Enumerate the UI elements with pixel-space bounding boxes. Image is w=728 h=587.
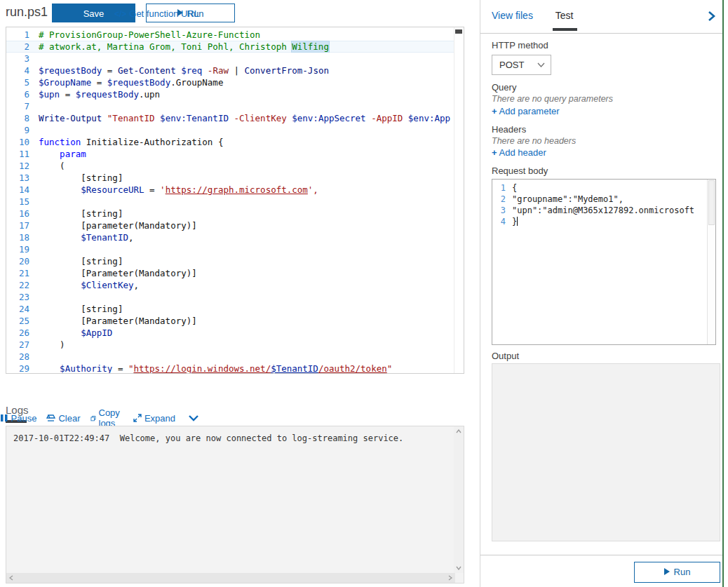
query-section-label: Query: [492, 82, 516, 93]
scroll-down-icon[interactable]: [456, 566, 461, 570]
code-line[interactable]: 5$GroupName = $requestBody.GroupName: [6, 76, 464, 88]
output-section-label: Output: [492, 351, 519, 361]
editor-scrollbar[interactable]: [454, 27, 464, 373]
code-line-text: $TenantID,: [39, 232, 133, 243]
panel-edge-strip: [722, 0, 724, 587]
code-line[interactable]: 23: [6, 291, 464, 303]
code-line[interactable]: 6$upn = $requestBody.upn: [6, 88, 464, 100]
plus-icon: +: [492, 106, 497, 116]
code-line[interactable]: 9: [6, 124, 464, 136]
scroll-up-icon[interactable]: [456, 429, 461, 433]
code-line[interactable]: 19: [6, 243, 464, 255]
scroll-left-icon[interactable]: [9, 575, 13, 581]
log-entry: 2017-10-01T22:49:47 Welcome, you are now…: [13, 433, 403, 443]
code-line[interactable]: 26 $AppID: [6, 327, 464, 339]
code-line[interactable]: 17 [parameter(Mandatory)]: [6, 220, 464, 231]
code-line-text: [string]: [39, 304, 123, 314]
add-header-button[interactable]: +Add header: [492, 147, 546, 158]
chevron-down-icon: [537, 62, 545, 67]
logs-horizontal-scrollbar[interactable]: [6, 573, 455, 583]
code-line[interactable]: 24 [string]: [6, 303, 464, 315]
code-line[interactable]: 22 $ClientKey,: [6, 279, 464, 291]
line-number: 4: [492, 216, 512, 227]
run-test-button[interactable]: Run: [634, 562, 720, 583]
code-line-text: [parameter(Mandatory)]: [39, 220, 197, 231]
line-number: 21: [6, 267, 39, 279]
code-line-text: [string]: [39, 256, 123, 266]
file-title: run.ps1: [6, 5, 48, 20]
line-number: 1: [492, 182, 512, 194]
code-line[interactable]: 10function Initialize-Authorization {: [6, 136, 464, 148]
request-body-line[interactable]: 2"groupname":"Mydemo1",: [492, 194, 707, 205]
get-function-url-link[interactable]: </>Get function URL: [114, 8, 199, 19]
copy-icon: [90, 414, 96, 423]
line-number: 29: [6, 363, 39, 374]
code-line[interactable]: 16 [string]: [6, 208, 464, 220]
code-line[interactable]: 3: [6, 53, 464, 65]
expand-label: Expand: [144, 413, 175, 424]
code-line-text: # ProvisionGroup-PowerShell-Azure-Functi…: [39, 29, 260, 40]
code-line[interactable]: 21 [Parameter(Mandatory)]: [6, 267, 464, 279]
code-line[interactable]: 7: [6, 100, 464, 112]
code-line[interactable]: 8Write-Output "TenantID $env:TenantID -C…: [6, 112, 464, 124]
line-number: 9: [6, 124, 39, 136]
tab-test[interactable]: Test: [555, 10, 574, 21]
request-body-lines: 1{2"groupname":"Mydemo1",3"upn":"admin@M…: [492, 182, 707, 227]
editor-scrollbar-thumb[interactable]: [455, 29, 462, 34]
request-body-scrollbar[interactable]: [707, 180, 715, 344]
code-line[interactable]: 1# ProvisionGroup-PowerShell-Azure-Funct…: [6, 29, 464, 41]
scroll-right-icon[interactable]: [448, 575, 452, 581]
tab-view-files[interactable]: View files: [492, 10, 533, 21]
code-line[interactable]: 14 $ResourceURL = 'https://graph.microso…: [6, 184, 464, 196]
http-method-value: POST: [499, 60, 524, 70]
request-body-scrollbar-thumb[interactable]: [708, 180, 715, 225]
clear-icon: [46, 414, 55, 422]
code-line[interactable]: 27 ): [6, 339, 464, 351]
code-line[interactable]: 28: [6, 351, 464, 363]
pause-icon: [0, 414, 8, 422]
code-line[interactable]: 18 $TenantID,: [6, 231, 464, 243]
code-line[interactable]: 13 [string]: [6, 172, 464, 184]
code-line[interactable]: 29 $Authority = "https://login.windows.n…: [6, 363, 464, 374]
code-editor[interactable]: 1# ProvisionGroup-PowerShell-Azure-Funct…: [6, 27, 464, 374]
http-method-select[interactable]: POST: [492, 55, 551, 75]
test-panel: View files Test HTTP method POST Query T…: [480, 0, 723, 587]
code-line-text: $AppID: [39, 328, 112, 338]
pause-logs-button[interactable]: Pause: [0, 413, 36, 424]
line-number: 7: [6, 100, 39, 112]
add-parameter-button[interactable]: +Add parameter: [492, 106, 560, 116]
request-body-line-text: "groupname":"Mydemo1",: [512, 194, 623, 204]
code-line-text: $ClientKey,: [39, 280, 139, 290]
code-line-text: $GroupName = $requestBody.GroupName: [39, 77, 223, 88]
code-line[interactable]: 15: [6, 196, 464, 208]
code-line-text: [string]: [39, 173, 123, 183]
collapse-logs-button[interactable]: [188, 413, 199, 424]
line-number: 26: [6, 327, 39, 339]
code-line[interactable]: 11 param: [6, 148, 464, 160]
code-line[interactable]: 12 (: [6, 160, 464, 172]
collapse-panel-button[interactable]: [707, 11, 716, 25]
line-number: 18: [6, 231, 39, 243]
request-body-editor[interactable]: 1{2"groupname":"Mydemo1",3"upn":"admin@M…: [492, 179, 716, 345]
line-number: 20: [6, 255, 39, 267]
logs-output-area[interactable]: 2017-10-01T22:49:47 Welcome, you are now…: [6, 426, 464, 583]
line-number: 25: [6, 315, 39, 327]
code-line[interactable]: 4$requestBody = Get-Content $req -Raw | …: [6, 65, 464, 76]
add-parameter-label: Add parameter: [499, 106, 560, 116]
expand-logs-button[interactable]: Expand: [133, 413, 175, 424]
text-cursor: [517, 217, 518, 226]
code-lines: 1# ProvisionGroup-PowerShell-Azure-Funct…: [6, 29, 464, 374]
code-brackets-icon: </>: [114, 9, 126, 19]
request-body-line[interactable]: 3"upn":"admin@M365x127892.onmicrosoft: [492, 205, 707, 216]
line-number: 5: [6, 76, 39, 88]
code-line[interactable]: 2# atwork.at, Martina Grom, Toni Pohl, C…: [6, 41, 464, 53]
request-body-line[interactable]: 1{: [492, 182, 707, 194]
clear-logs-button[interactable]: Clear: [46, 413, 80, 424]
request-body-line[interactable]: 4}: [492, 216, 707, 227]
code-line[interactable]: 25 [Parameter(Mandatory)]: [6, 315, 464, 327]
code-line[interactable]: 20 [string]: [6, 255, 464, 267]
output-area: [492, 363, 720, 541]
code-line-text: ): [39, 339, 65, 350]
line-number: 27: [6, 339, 39, 351]
logs-vertical-scrollbar[interactable]: [454, 426, 464, 573]
